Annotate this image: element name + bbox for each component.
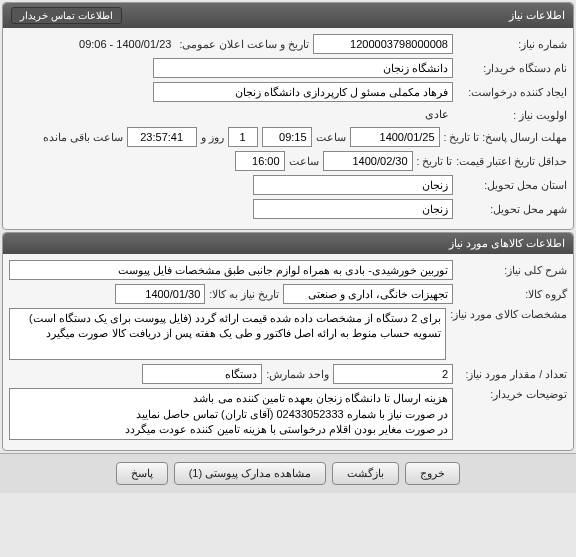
need-info-panel: اطلاعات نیاز اطلاعات تماس خریدار شماره ن… — [2, 2, 574, 230]
need-info-title: اطلاعات نیاز — [509, 9, 565, 22]
deadline-time-label: ساعت — [316, 131, 346, 143]
goods-info-header: اطلاعات کالاهای مورد نیاز — [3, 233, 573, 254]
action-bar: خروج بازگشت مشاهده مدارک پیوستی (1) پاسخ — [0, 453, 576, 493]
deadline-time-field[interactable] — [262, 127, 312, 147]
unit-field[interactable] — [142, 364, 262, 384]
goods-group-field[interactable] — [283, 284, 453, 304]
announce-datetime-value: 1400/01/23 - 09:06 — [75, 36, 175, 52]
price-validity-time-label: ساعت — [289, 155, 319, 167]
general-desc-label: شرح کلی نیاز: — [457, 264, 567, 276]
goods-specs-label: مشخصات کالای مورد نیاز: — [450, 308, 567, 320]
delivery-province-field[interactable] — [253, 175, 453, 195]
need-goods-date-label: تاریخ نیاز به کالا: — [209, 288, 279, 300]
price-validity-time-field[interactable] — [235, 151, 285, 171]
buyer-notes-field[interactable] — [9, 388, 453, 440]
goods-specs-field[interactable] — [9, 308, 446, 360]
attachments-button[interactable]: مشاهده مدارک پیوستی (1) — [174, 462, 327, 485]
need-info-header: اطلاعات نیاز اطلاعات تماس خریدار — [3, 3, 573, 28]
priority-label: اولویت نیاز : — [457, 109, 567, 121]
delivery-city-label: شهر محل تحویل: — [457, 203, 567, 215]
exit-button[interactable]: خروج — [405, 462, 460, 485]
buyer-org-field[interactable] — [153, 58, 453, 78]
delivery-city-field[interactable] — [253, 199, 453, 219]
deadline-label: مهلت ارسال پاسخ: تا تاریخ : — [444, 131, 567, 143]
day-and-label: روز و — [201, 131, 224, 143]
goods-info-title: اطلاعات کالاهای مورد نیاز — [449, 237, 565, 250]
general-desc-field[interactable] — [9, 260, 453, 280]
need-goods-date-field[interactable] — [115, 284, 205, 304]
to-date-label: تا تاریخ : — [417, 155, 453, 167]
unit-label: واحد شمارش: — [266, 368, 329, 380]
back-button[interactable]: بازگشت — [332, 462, 399, 485]
announce-datetime-label: تاریخ و ساعت اعلان عمومی: — [179, 38, 309, 50]
time-remain-field[interactable] — [127, 127, 197, 147]
price-validity-date-field[interactable] — [323, 151, 413, 171]
requester-label: ایجاد کننده درخواست: — [457, 86, 567, 98]
delivery-province-label: استان محل تحویل: — [457, 179, 567, 191]
deadline-date-field[interactable] — [350, 127, 440, 147]
respond-button[interactable]: پاسخ — [116, 462, 168, 485]
qty-label: تعداد / مقدار مورد نیاز: — [457, 368, 567, 380]
qty-field[interactable] — [333, 364, 453, 384]
requester-field[interactable] — [153, 82, 453, 102]
need-number-label: شماره نیاز: — [457, 38, 567, 50]
buyer-org-label: نام دستگاه خریدار: — [457, 62, 567, 74]
goods-group-label: گروه کالا: — [457, 288, 567, 300]
time-remain-label: ساعت باقی مانده — [43, 131, 123, 143]
buyer-notes-label: توضیحات خریدار: — [457, 388, 567, 400]
price-validity-label: حداقل تاریخ اعتبار قیمت: — [456, 155, 567, 167]
need-number-field[interactable] — [313, 34, 453, 54]
days-remain-field[interactable] — [228, 127, 258, 147]
buyer-contact-button[interactable]: اطلاعات تماس خریدار — [11, 7, 122, 24]
priority-value: عادی — [421, 106, 453, 123]
goods-info-panel: اطلاعات کالاهای مورد نیاز شرح کلی نیاز: … — [2, 232, 574, 451]
